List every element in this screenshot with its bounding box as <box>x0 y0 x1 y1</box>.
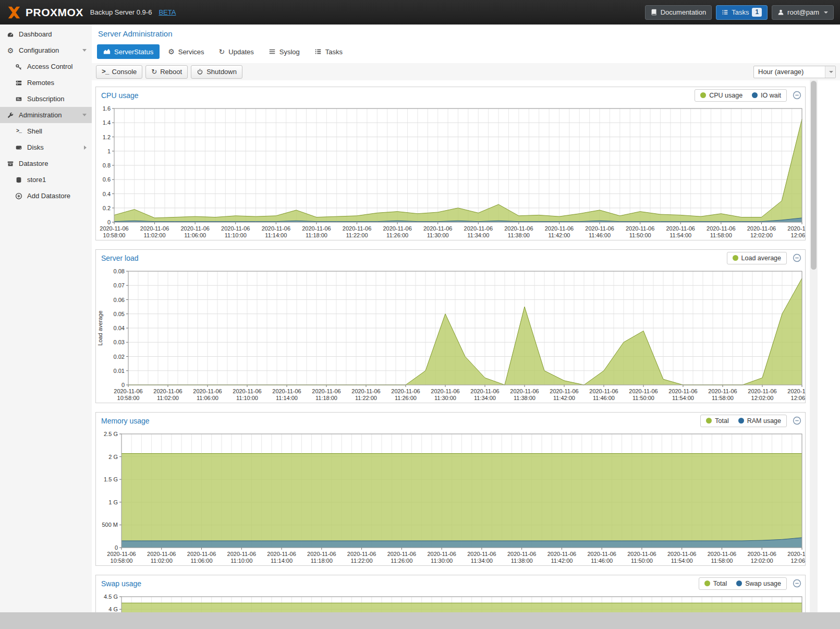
svg-text:2020-11-06: 2020-11-06 <box>302 225 331 232</box>
svg-text:2020-11-06: 2020-11-06 <box>708 388 737 394</box>
svg-text:2020-11-06: 2020-11-06 <box>668 388 697 394</box>
main-content: Server Administration ServerStatus ⚙ Ser… <box>92 25 840 612</box>
collapse-button[interactable] <box>793 416 801 425</box>
svg-text:2020-11-06: 2020-11-06 <box>272 388 301 394</box>
sidebar-item-remotes[interactable]: Remotes <box>0 75 92 91</box>
svg-text:2020-11-06: 2020-11-06 <box>423 225 452 232</box>
tab-syslog[interactable]: Syslog <box>262 44 306 59</box>
svg-text:2020-11-06: 2020-11-06 <box>550 388 578 394</box>
sidebar: Dashboard ⚙ Configuration Access Control… <box>0 25 92 612</box>
terminal-icon: >_ <box>15 129 23 134</box>
svg-text:2.5 G: 2.5 G <box>104 431 118 437</box>
book-icon <box>651 9 658 16</box>
proxmox-logo-icon <box>6 5 22 20</box>
page-title: Server Administration <box>98 29 840 38</box>
tab-serverstatus[interactable]: ServerStatus <box>97 44 160 59</box>
svg-text:2020-11-06: 2020-11-06 <box>667 551 696 557</box>
svg-text:11:38:00: 11:38:00 <box>514 395 535 401</box>
console-button[interactable]: >_ Console <box>96 65 142 79</box>
svg-text:2020-11-06: 2020-11-06 <box>221 225 250 232</box>
reboot-icon: ↻ <box>151 68 157 75</box>
svg-text:2020-11-06: 2020-11-06 <box>312 388 340 394</box>
task-list-icon <box>314 48 322 55</box>
collapse-button[interactable] <box>793 91 801 100</box>
scrollbar-thumb[interactable] <box>811 81 817 270</box>
svg-text:2020-11-06: 2020-11-06 <box>267 551 296 557</box>
svg-text:12:02:00: 12:02:00 <box>751 395 774 401</box>
combo-trigger[interactable] <box>825 66 835 78</box>
svg-text:12:06:00: 12:06:00 <box>791 395 805 401</box>
svg-text:2020-11-06: 2020-11-06 <box>262 225 290 232</box>
svg-text:2020-11-06: 2020-11-06 <box>180 225 209 232</box>
documentation-button[interactable]: Documentation <box>645 5 712 20</box>
svg-text:11:14:00: 11:14:00 <box>276 395 298 401</box>
tasks-icon <box>722 9 728 16</box>
sidebar-item-dashboard[interactable]: Dashboard <box>0 26 92 42</box>
gears-icon: ⚙ <box>6 47 15 54</box>
svg-text:2020-11-06: 2020-11-06 <box>227 551 256 557</box>
legend-item: Total <box>704 580 727 587</box>
legend-dot <box>704 580 710 586</box>
svg-text:11:58:00: 11:58:00 <box>711 558 733 564</box>
tab-updates[interactable]: ↻ Updates <box>213 44 260 59</box>
svg-text:11:50:00: 11:50:00 <box>632 395 654 401</box>
user-menu-button[interactable]: root@pam <box>772 5 834 20</box>
sidebar-item-shell[interactable]: >_ Shell <box>0 123 92 139</box>
svg-text:2020-11-06: 2020-11-06 <box>629 388 658 394</box>
user-icon <box>777 9 784 16</box>
sidebar-item-access-control[interactable]: Access Control <box>0 58 92 75</box>
chart-legend: Total Swap usage <box>699 577 787 590</box>
sidebar-item-store1[interactable]: store1 <box>0 172 92 188</box>
svg-text:11:22:00: 11:22:00 <box>355 395 377 401</box>
sidebar-item-datastore[interactable]: Datastore <box>0 155 92 172</box>
sidebar-item-configuration[interactable]: ⚙ Configuration <box>0 42 92 58</box>
svg-text:11:26:00: 11:26:00 <box>395 395 417 401</box>
svg-text:2020-11-06: 2020-11-06 <box>708 551 736 557</box>
svg-text:2020-11-06: 2020-11-06 <box>510 388 539 394</box>
svg-text:11:14:00: 11:14:00 <box>271 558 293 564</box>
sidebar-item-disks[interactable]: Disks <box>0 139 92 155</box>
tasks-button[interactable]: Tasks 1 <box>716 5 768 20</box>
svg-text:11:34:00: 11:34:00 <box>467 232 489 238</box>
svg-text:2020-11-06: 2020-11-06 <box>589 388 618 394</box>
svg-text:0: 0 <box>115 545 118 551</box>
svg-text:2020-11-06: 2020-11-06 <box>545 225 574 232</box>
svg-text:0.01: 0.01 <box>114 368 125 374</box>
svg-text:1: 1 <box>107 148 111 154</box>
shutdown-button[interactable]: Shutdown <box>191 65 242 79</box>
product-subtitle: Backup Server 0.9-6 <box>90 8 152 16</box>
svg-text:0.06: 0.06 <box>114 297 125 303</box>
svg-text:2020-11-06: 2020-11-06 <box>343 225 371 232</box>
svg-text:11:10:00: 11:10:00 <box>230 558 252 564</box>
panel-header: Memory usage Total RAM usage <box>96 413 805 429</box>
svg-text:11:26:00: 11:26:00 <box>391 558 412 564</box>
svg-text:11:30:00: 11:30:00 <box>434 395 456 401</box>
beta-link[interactable]: BETA <box>159 8 176 16</box>
time-range-select[interactable]: Hour (average) <box>753 66 836 78</box>
svg-text:11:14:00: 11:14:00 <box>265 232 287 238</box>
svg-text:2020-11-06: 2020-11-06 <box>666 225 695 232</box>
reboot-button[interactable]: ↻ Reboot <box>145 65 188 79</box>
svg-text:2020-11-06: 2020-11-06 <box>193 388 222 394</box>
tab-tasks[interactable]: Tasks <box>308 44 349 59</box>
panel-cpu-usage: CPU usage CPU usage IO wait 00.20.40.60.… <box>95 87 806 240</box>
panel-title: CPU usage <box>101 91 139 100</box>
tab-services[interactable]: ⚙ Services <box>162 44 210 59</box>
svg-text:2020-11-06: 2020-11-06 <box>626 225 654 232</box>
collapse-button[interactable] <box>793 579 801 588</box>
power-icon <box>197 68 203 75</box>
svg-text:11:42:00: 11:42:00 <box>551 558 573 564</box>
svg-text:0.05: 0.05 <box>114 311 125 317</box>
vertical-scrollbar[interactable] <box>810 79 818 612</box>
sidebar-item-administration[interactable]: Administration <box>0 107 92 123</box>
caret-down-icon <box>824 11 828 14</box>
collapse-button[interactable] <box>793 253 801 262</box>
header-actions: Documentation Tasks 1 root@pam <box>645 5 834 20</box>
sidebar-item-subscription[interactable]: Subscription <box>0 91 92 107</box>
sidebar-item-add-datastore[interactable]: Add Datastore <box>0 188 92 204</box>
svg-text:12:06:00: 12:06:00 <box>791 558 805 564</box>
legend-dot <box>733 255 738 261</box>
svg-text:4.5 G: 4.5 G <box>104 594 118 600</box>
panel-header: CPU usage CPU usage IO wait <box>96 87 805 103</box>
svg-text:2020-11-06: 2020-11-06 <box>107 551 136 557</box>
